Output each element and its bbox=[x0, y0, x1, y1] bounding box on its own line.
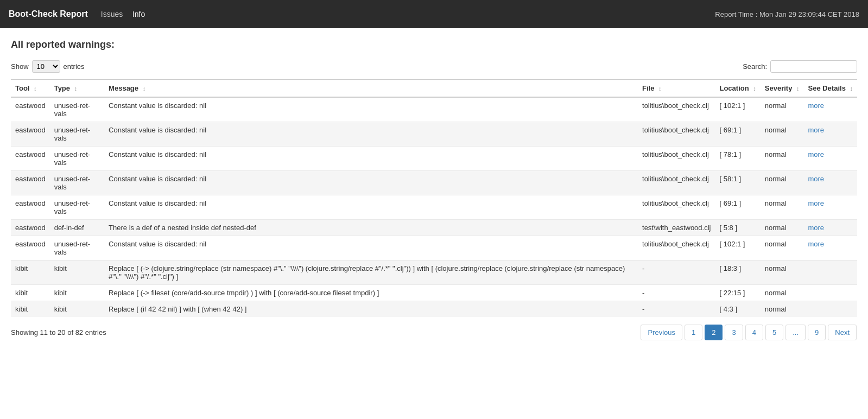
page-btn-2[interactable]: 2 bbox=[705, 325, 723, 340]
cell-severity: normal bbox=[761, 236, 804, 261]
show-entries: Show 10 25 50 100 entries bbox=[11, 60, 85, 73]
sort-location-icon[interactable]: ↕ bbox=[753, 85, 756, 92]
table-row: eastwoodunused-ret-valsConstant value is… bbox=[11, 171, 857, 195]
cell-severity: normal bbox=[761, 301, 804, 318]
entries-label: entries bbox=[64, 62, 85, 71]
cell-file: - bbox=[638, 285, 715, 301]
search-input[interactable] bbox=[770, 60, 857, 73]
page-btn-4[interactable]: 4 bbox=[745, 325, 763, 340]
page-btn-5[interactable]: 5 bbox=[765, 325, 783, 340]
cell-location: [ 22:15 ] bbox=[715, 285, 760, 301]
cell-location: [ 102:1 ] bbox=[715, 236, 760, 261]
cell-severity: normal bbox=[761, 220, 804, 236]
page-btn-9[interactable]: 9 bbox=[808, 325, 826, 340]
header-nav: Issues Info bbox=[101, 10, 153, 18]
cell-message: Constant value is discarded: nil bbox=[104, 195, 638, 220]
page-btn-1[interactable]: 1 bbox=[685, 325, 702, 340]
cell-file: tolitius\boot_check.clj bbox=[638, 171, 715, 195]
showing-to: 20 bbox=[58, 328, 65, 337]
main-content: All reported warnings: Show 10 25 50 100… bbox=[0, 28, 868, 351]
cell-details: more bbox=[803, 147, 857, 171]
showing-from: 11 bbox=[40, 328, 48, 337]
col-location: Location ↕ bbox=[715, 80, 760, 98]
cell-details bbox=[803, 301, 857, 318]
cell-tool: eastwood bbox=[11, 195, 50, 220]
sort-message-icon[interactable]: ↕ bbox=[143, 85, 146, 92]
cell-file: tolitius\boot_check.clj bbox=[638, 147, 715, 171]
sort-tool-icon[interactable]: ↕ bbox=[34, 85, 37, 92]
nav-info[interactable]: Info bbox=[132, 10, 145, 18]
cell-details: more bbox=[803, 236, 857, 261]
cell-severity: normal bbox=[761, 285, 804, 301]
cell-details bbox=[803, 261, 857, 285]
show-label: Show bbox=[11, 62, 29, 71]
nav-issues[interactable]: Issues bbox=[101, 10, 123, 18]
table-row: kibitkibitReplace [ (if 42 42 nil) ] wit… bbox=[11, 301, 857, 318]
cell-type: kibit bbox=[50, 285, 104, 301]
pagination-row: Showing 11 to 20 of 82 entries Previous1… bbox=[11, 325, 857, 340]
more-link[interactable]: more bbox=[808, 199, 824, 207]
cell-type: unused-ret-vals bbox=[50, 122, 104, 147]
cell-message: Replace [ (if 42 42 nil) ] with [ (when … bbox=[104, 301, 638, 318]
cell-details bbox=[803, 285, 857, 301]
more-link[interactable]: more bbox=[808, 126, 824, 134]
sort-file-icon[interactable]: ↕ bbox=[658, 85, 662, 92]
cell-file: - bbox=[638, 261, 715, 285]
cell-tool: eastwood bbox=[11, 147, 50, 171]
cell-tool: eastwood bbox=[11, 236, 50, 261]
more-link[interactable]: more bbox=[808, 175, 824, 183]
cell-type: unused-ret-vals bbox=[50, 195, 104, 220]
showing-total: 82 bbox=[75, 328, 83, 337]
table-row: eastwoodunused-ret-valsConstant value is… bbox=[11, 122, 857, 147]
page-ellipsis: ... bbox=[785, 325, 806, 340]
app-title: Boot-Check Report bbox=[9, 9, 88, 19]
cell-details: more bbox=[803, 97, 857, 122]
sort-severity-icon[interactable]: ↕ bbox=[796, 85, 800, 92]
cell-file: tolitius\boot_check.clj bbox=[638, 97, 715, 122]
cell-severity: normal bbox=[761, 195, 804, 220]
table-row: eastwoodunused-ret-valsConstant value is… bbox=[11, 195, 857, 220]
cell-severity: normal bbox=[761, 171, 804, 195]
cell-file: tolitius\boot_check.clj bbox=[638, 122, 715, 147]
more-link[interactable]: more bbox=[808, 240, 824, 248]
col-file: File ↕ bbox=[638, 80, 715, 98]
cell-location: [ 18:3 ] bbox=[715, 261, 760, 285]
cell-message: Replace [ (-> (clojure.string/replace (s… bbox=[104, 261, 638, 285]
cell-location: [ 69:1 ] bbox=[715, 122, 760, 147]
controls-row: Show 10 25 50 100 entries Search: bbox=[11, 60, 857, 73]
cell-type: unused-ret-vals bbox=[50, 147, 104, 171]
cell-location: [ 4:3 ] bbox=[715, 301, 760, 318]
cell-severity: normal bbox=[761, 147, 804, 171]
cell-tool: kibit bbox=[11, 285, 50, 301]
cell-details: more bbox=[803, 171, 857, 195]
cell-tool: eastwood bbox=[11, 220, 50, 236]
page-btn-3[interactable]: 3 bbox=[725, 325, 743, 340]
sort-type-icon[interactable]: ↕ bbox=[74, 85, 78, 92]
cell-file: - bbox=[638, 301, 715, 318]
cell-type: def-in-def bbox=[50, 220, 104, 236]
table-row: eastwoodunused-ret-valsConstant value is… bbox=[11, 97, 857, 122]
cell-tool: eastwood bbox=[11, 97, 50, 122]
cell-location: [ 58:1 ] bbox=[715, 171, 760, 195]
cell-type: kibit bbox=[50, 301, 104, 318]
cell-type: unused-ret-vals bbox=[50, 236, 104, 261]
showing-suffix: entries bbox=[85, 328, 106, 337]
more-link[interactable]: more bbox=[808, 150, 824, 158]
sort-details-icon[interactable]: ↕ bbox=[850, 85, 853, 92]
showing-prefix: Showing bbox=[11, 328, 38, 337]
table-body: eastwoodunused-ret-valsConstant value is… bbox=[11, 97, 857, 317]
cell-file: tolitius\boot_check.clj bbox=[638, 236, 715, 261]
cell-location: [ 78:1 ] bbox=[715, 147, 760, 171]
cell-tool: kibit bbox=[11, 261, 50, 285]
report-time: Report Time : Mon Jan 29 23:09:44 CET 20… bbox=[715, 10, 859, 18]
cell-tool: kibit bbox=[11, 301, 50, 318]
cell-details: more bbox=[803, 122, 857, 147]
next-button[interactable]: Next bbox=[828, 325, 857, 340]
header: Boot-Check Report Issues Info Report Tim… bbox=[0, 0, 868, 28]
search-row: Search: bbox=[743, 60, 857, 73]
entries-select[interactable]: 10 25 50 100 bbox=[32, 60, 60, 73]
more-link[interactable]: more bbox=[808, 224, 824, 232]
col-severity: Severity ↕ bbox=[761, 80, 804, 98]
more-link[interactable]: more bbox=[808, 101, 824, 110]
prev-button[interactable]: Previous bbox=[641, 325, 682, 340]
